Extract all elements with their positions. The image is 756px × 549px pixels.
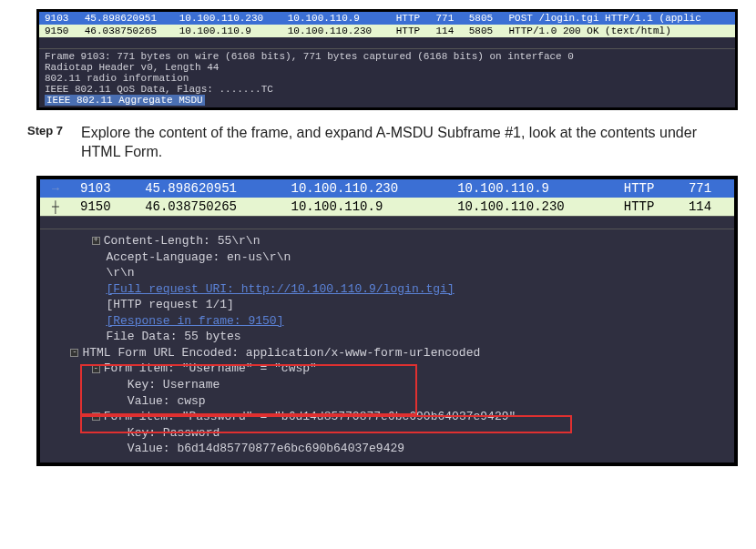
packet-row[interactable]: ┼ 9150 46.038750265 10.100.110.9 10.100.… (40, 198, 734, 217)
collapse-icon[interactable]: - (92, 412, 100, 421)
frame-details-top[interactable]: Frame 9103: 771 bytes on wire (6168 bits… (39, 48, 735, 107)
detail-line[interactable]: Value: cwsp (40, 393, 734, 410)
detail-line[interactable]: -Form item: "Username" = "cwsp" (40, 361, 734, 377)
col-src: 10.100.110.230 (282, 179, 449, 198)
col-len: 114 (430, 25, 463, 37)
packet-list-bottom[interactable]: → 9103 45.898620951 10.100.110.230 10.10… (40, 179, 734, 229)
detail-line[interactable]: Key: Username (40, 377, 734, 393)
detail-line[interactable]: Key: Password (40, 425, 734, 442)
col-time: 46.038750265 (79, 25, 174, 37)
col-src: 10.100.110.9 (174, 25, 282, 37)
detail-line-highlight[interactable]: IEEE 802.11 Aggregate MSDU (43, 95, 731, 106)
col-no: 9150 (39, 25, 79, 37)
col-dst: 10.100.110.230 (448, 198, 615, 217)
wireshark-panel-bottom: → 9103 45.898620951 10.100.110.230 10.10… (36, 176, 738, 466)
col-len: 771 (430, 12, 463, 25)
col-time: 46.038750265 (136, 198, 281, 217)
col-proto: HTTP (615, 179, 679, 198)
step-label: Step 7 (27, 124, 63, 137)
col-time: 45.898620951 (136, 179, 281, 198)
collapse-icon[interactable]: - (92, 365, 100, 373)
col-proto: HTTP (615, 198, 679, 217)
detail-line[interactable]: Radiotap Header v0, Length 44 (43, 62, 731, 73)
frame-details-bottom[interactable]: +Content-Length: 55\r\n Accept-Language:… (40, 229, 734, 463)
step-text: Explore the content of the frame, and ex… (81, 124, 729, 162)
collapse-icon[interactable]: - (70, 349, 78, 357)
detail-line-link[interactable]: [Response in frame: 9150] (40, 313, 734, 330)
detail-line[interactable]: -Form item: "Password" = "b6d14d85770877… (40, 409, 734, 425)
col-dst: 10.100.110.9 (448, 179, 615, 198)
detail-line[interactable]: 802.11 radio information (43, 73, 731, 84)
detail-line[interactable]: Value: b6d14d85770877e6bc690b64037e9429 (40, 441, 734, 457)
col-len: 114 (679, 198, 734, 217)
col-src: 10.100.110.9 (282, 198, 449, 217)
col-proto: HTTP (391, 25, 431, 37)
detail-line[interactable]: [HTTP request 1/1] (40, 297, 734, 313)
packet-row-truncated[interactable] (39, 37, 735, 48)
packet-row-selected[interactable]: 9103 45.898620951 10.100.110.230 10.100.… (39, 12, 735, 25)
step-instruction: Step 7 Explore the content of the frame,… (27, 124, 729, 162)
col-port: 5805 (464, 25, 504, 37)
col-info: POST /login.tgi HTTP/1.1 (applic (504, 12, 736, 25)
detail-line[interactable]: Frame 9103: 771 bytes on wire (6168 bits… (43, 51, 731, 62)
col-port: 5805 (464, 12, 504, 25)
tree-handle-icon: ┼ (49, 200, 62, 214)
detail-line[interactable]: \r\n (40, 265, 734, 281)
col-no: 9103 (71, 179, 136, 198)
col-dst: 10.100.110.230 (282, 25, 391, 37)
detail-line[interactable]: +Content-Length: 55\r\n (40, 233, 734, 249)
col-no: 9150 (71, 198, 136, 217)
packet-list-top[interactable]: 9103 45.898620951 10.100.110.230 10.100.… (39, 12, 735, 48)
wireshark-panel-top: 9103 45.898620951 10.100.110.230 10.100.… (36, 9, 738, 110)
col-time: 45.898620951 (79, 12, 174, 25)
detail-line[interactable]: File Data: 55 bytes (40, 329, 734, 345)
packet-row[interactable]: 9150 46.038750265 10.100.110.9 10.100.11… (39, 25, 735, 37)
detail-line[interactable]: IEEE 802.11 QoS Data, Flags: .......TC (43, 84, 731, 95)
col-dst: 10.100.110.9 (282, 12, 391, 25)
detail-line-link[interactable]: [Full request URI: http://10.100.110.9/l… (40, 281, 734, 298)
col-len: 771 (679, 179, 734, 198)
packet-row-selected[interactable]: → 9103 45.898620951 10.100.110.230 10.10… (40, 179, 734, 198)
col-info: HTTP/1.0 200 OK (text/html) (504, 25, 736, 37)
col-no: 9103 (39, 12, 79, 25)
detail-line[interactable]: -HTML Form URL Encoded: application/x-ww… (40, 345, 734, 361)
tree-handle-icon: → (49, 182, 62, 196)
col-proto: HTTP (391, 12, 431, 25)
expand-icon[interactable]: + (92, 237, 100, 245)
col-src: 10.100.110.230 (174, 12, 282, 25)
detail-line[interactable]: Accept-Language: en-us\r\n (40, 249, 734, 266)
packet-row-truncated[interactable] (40, 216, 734, 229)
